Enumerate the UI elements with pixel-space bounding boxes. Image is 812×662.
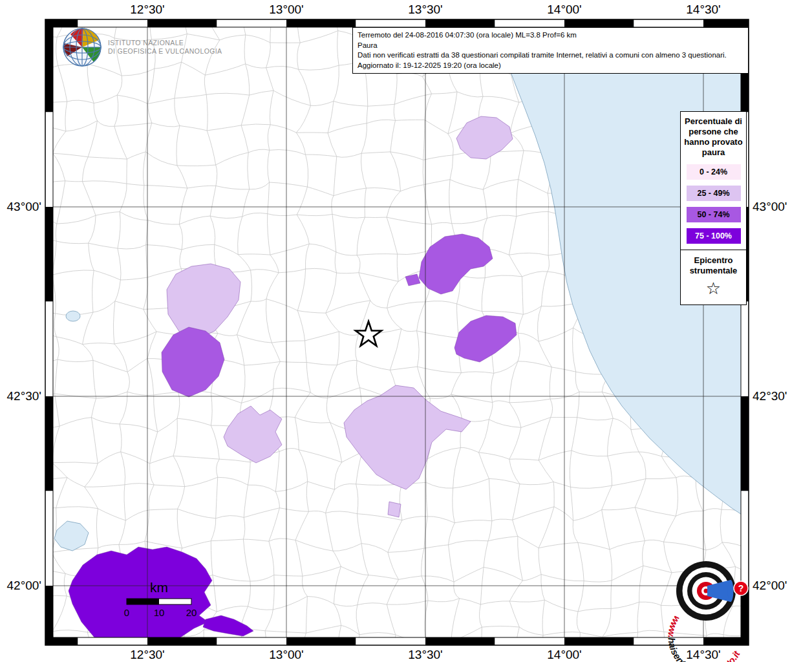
- lat-label-right-1: 42°30': [753, 389, 787, 403]
- ingv-line-2: DI GEOFISICA E VULCANOLOGIA: [108, 47, 222, 56]
- scale-bar-unit: km: [150, 580, 168, 595]
- legend-title: Percentuale di persone che hanno provato…: [684, 116, 743, 158]
- lon-label-top-1: 13°00': [269, 3, 304, 16]
- scale-bar-segment-black: [127, 599, 159, 604]
- scale-tick-20: 20: [186, 607, 197, 618]
- legend: Percentuale di persone che hanno provato…: [680, 111, 747, 305]
- scale-tick-10: 10: [154, 607, 165, 618]
- lon-label-bottom-1: 13°00': [269, 648, 304, 661]
- ingv-wordmark: ISTITUTO NAZIONALE DI GEOFISICA E VULCAN…: [108, 39, 222, 56]
- scale-bar-segment-white: [159, 599, 191, 604]
- lat-label-right-0: 43°00': [753, 200, 787, 213]
- ingv-logo: ISTITUTO NAZIONALE DI GEOFISICA E VULCAN…: [62, 27, 222, 67]
- legend-class-50-74: 50 - 74%: [687, 207, 741, 222]
- legend-class-25-49: 25 - 49%: [687, 186, 741, 201]
- info-line-updated: Aggiornato il: 19-12-2025 19:20 (ora loc…: [358, 61, 743, 71]
- ingv-globe-icon: [62, 27, 102, 67]
- earthquake-info-box: Terremoto del 24-08-2016 04:07:30 (ora l…: [352, 27, 749, 74]
- haisentitoilterremoto-map-page: 12°30' 13°00' 13°30' 14°00' 14°30' 12°30…: [0, 0, 812, 662]
- info-line-source: Dati non verificati estratti da 38 quest…: [358, 50, 743, 61]
- legend-class-0-24: 0 - 24%: [687, 164, 741, 180]
- legend-divider: [681, 250, 746, 250]
- scale-tick-0: 0: [124, 607, 129, 618]
- lat-label-right-2: 42°00': [753, 579, 787, 592]
- legend-epicenter-title: Epicentro strumentale: [684, 255, 743, 276]
- ingv-line-1: ISTITUTO NAZIONALE: [108, 39, 222, 48]
- lat-label-left-2: 42°00': [7, 579, 42, 592]
- lon-label-top-3: 14°00': [547, 3, 582, 16]
- lat-label-left-1: 42°30': [7, 389, 42, 403]
- epicenter-legend-star-icon: ☆: [684, 279, 743, 298]
- lon-label-top-2: 13°30': [408, 3, 443, 16]
- lon-label-top-4: 14°30': [686, 3, 721, 16]
- map-canvas: 12°30' 13°00' 13°30' 14°00' 14°30' 12°30…: [0, 0, 812, 662]
- lon-label-top-0: 12°30': [130, 3, 165, 16]
- lon-label-bottom-2: 13°30': [408, 648, 443, 661]
- lon-label-bottom-0: 12°30': [130, 648, 165, 661]
- lon-label-bottom-3: 14°00': [547, 648, 582, 661]
- lon-label-bottom-4: 14°30': [686, 648, 721, 661]
- question-mark-icon: ?: [738, 583, 744, 593]
- lat-label-left-0: 43°00': [7, 200, 42, 213]
- info-line-event: Terremoto del 24-08-2016 04:07:30 (ora l…: [358, 30, 743, 41]
- megaphone-bell: [728, 580, 734, 602]
- info-line-metric: Paura: [358, 41, 743, 51]
- legend-class-75-100: 75 - 100%: [687, 228, 741, 244]
